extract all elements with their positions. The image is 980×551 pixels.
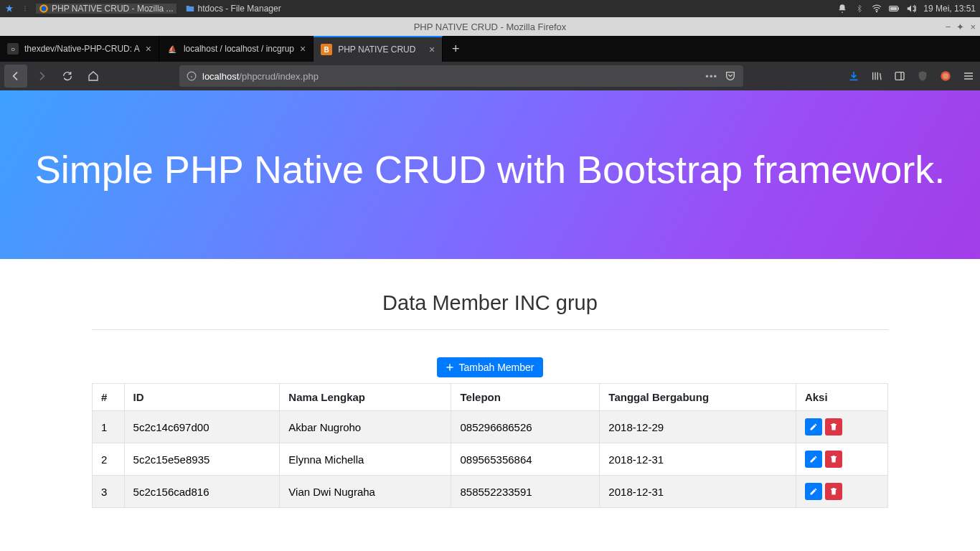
plus-icon	[446, 363, 454, 372]
cell-aksi	[796, 411, 887, 443]
edit-button[interactable]	[805, 451, 822, 468]
tab-close-icon[interactable]: ×	[146, 43, 151, 55]
home-button[interactable]	[82, 65, 105, 88]
col-header-tel: Telepon	[451, 384, 600, 411]
cell-id: 5c2c156cad816	[124, 476, 280, 508]
cell-id: 5c2c15e5e8935	[124, 443, 280, 476]
svg-point-2	[877, 11, 877, 12]
page-actions-icon[interactable]: •••	[705, 71, 717, 82]
firefox-icon	[39, 4, 49, 14]
cell-id: 5c2c14c697d00	[124, 411, 280, 443]
separator-icon: ⁝	[20, 4, 30, 14]
cell-num: 3	[93, 476, 125, 508]
col-header-num: #	[93, 384, 125, 411]
taskbar-item-label: htdocs - File Manager	[198, 4, 281, 14]
new-tab-button[interactable]: +	[443, 42, 468, 57]
taskbar-item-filemanager[interactable]: htdocs - File Manager	[182, 4, 284, 14]
page-viewport: Simple PHP Native CRUD with Bootstrap fr…	[0, 90, 980, 551]
window-title: PHP NATIVE CRUD - Mozilla Firefox	[414, 22, 567, 32]
cell-name: Akbar Nugroho	[280, 411, 451, 443]
info-icon[interactable]	[187, 71, 197, 81]
cell-aksi	[796, 476, 887, 508]
taskbar-item-firefox[interactable]: PHP NATIVE CRUD - Mozilla ...	[36, 4, 176, 14]
section-title: Data Member INC grup	[92, 291, 888, 315]
pocket-icon[interactable]	[725, 70, 736, 82]
cell-date: 2018-12-31	[600, 476, 796, 508]
phpmyadmin-icon: ⛵	[166, 43, 178, 55]
svg-point-1	[42, 6, 47, 11]
os-clock[interactable]: 19 Mei, 13:51	[923, 4, 976, 14]
cell-tel: 085296686526	[451, 411, 600, 443]
sidebar-icon[interactable]	[892, 69, 907, 83]
os-menu-icon[interactable]	[4, 4, 14, 14]
back-button[interactable]	[4, 65, 27, 88]
cell-name: Vian Dwi Nugraha	[280, 476, 451, 508]
url-text: localhost/phpcrud/index.php	[202, 71, 319, 82]
svg-rect-7	[895, 72, 904, 80]
downloads-icon[interactable]	[847, 69, 861, 83]
table-row: 25c2c15e5e8935Elynna Michella08956535686…	[93, 443, 888, 476]
browser-tab[interactable]: ⛵ localhost / localhost / incgrup ×	[159, 36, 314, 62]
tab-title: PHP NATIVE CRUD	[338, 44, 423, 55]
notification-icon[interactable]	[837, 4, 847, 14]
cell-num: 1	[93, 411, 125, 443]
svg-rect-4	[890, 7, 897, 11]
svg-point-9	[943, 73, 948, 79]
col-header-date: Tanggal Bergabung	[600, 384, 796, 411]
table-row: 15c2c14c697d00Akbar Nugroho0852966865262…	[93, 411, 888, 443]
edit-button[interactable]	[805, 418, 822, 435]
delete-button[interactable]	[825, 483, 842, 500]
col-header-name: Nama Lengkap	[280, 384, 451, 411]
close-icon[interactable]: ×	[970, 22, 976, 32]
os-taskbar: ⁝ PHP NATIVE CRUD - Mozilla ... htdocs -…	[0, 0, 980, 17]
battery-icon[interactable]	[889, 4, 899, 14]
url-bar[interactable]: localhost/phpcrud/index.php •••	[179, 65, 743, 87]
menu-icon[interactable]	[961, 69, 976, 83]
hero-title: Simple PHP Native CRUD with Bootstrap fr…	[14, 144, 966, 194]
edit-button[interactable]	[805, 483, 822, 500]
cell-date: 2018-12-31	[600, 443, 796, 476]
volume-icon[interactable]	[906, 4, 916, 14]
browser-tab[interactable]: ○ thexdev/Native-PHP-CRUD: A ×	[0, 36, 159, 62]
forward-button[interactable]	[30, 65, 53, 88]
duckduckgo-icon[interactable]	[938, 69, 953, 83]
browser-toolbar: localhost/phpcrud/index.php •••	[0, 62, 980, 90]
bluetooth-icon[interactable]	[854, 4, 864, 14]
hero-banner: Simple PHP Native CRUD with Bootstrap fr…	[0, 90, 980, 259]
wifi-icon[interactable]	[872, 4, 882, 14]
delete-button[interactable]	[825, 418, 842, 435]
cell-aksi	[796, 443, 887, 476]
table-row: 35c2c156cad816Vian Dwi Nugraha8585522335…	[93, 476, 888, 508]
folder-icon	[185, 4, 195, 14]
tab-title: thexdev/Native-PHP-CRUD: A	[24, 44, 140, 54]
cell-date: 2018-12-29	[600, 411, 796, 443]
cell-tel: 858552233591	[451, 476, 600, 508]
ublock-icon[interactable]	[915, 69, 930, 83]
minimize-icon[interactable]: −	[946, 22, 951, 32]
divider	[92, 329, 888, 330]
members-table: # ID Nama Lengkap Telepon Tanggal Bergab…	[92, 383, 888, 508]
taskbar-item-label: PHP NATIVE CRUD - Mozilla ...	[52, 4, 174, 14]
maximize-icon[interactable]: ✦	[956, 22, 964, 32]
browser-tab-active[interactable]: B PHP NATIVE CRUD ×	[314, 36, 443, 62]
github-icon: ○	[7, 43, 19, 55]
col-header-id: ID	[124, 384, 280, 411]
col-header-aksi: Aksi	[796, 384, 887, 411]
library-icon[interactable]	[870, 69, 884, 83]
cell-num: 2	[93, 443, 125, 476]
tab-title: localhost / localhost / incgrup	[184, 44, 294, 54]
bootstrap-icon: B	[321, 44, 332, 55]
cell-name: Elynna Michella	[280, 443, 451, 476]
add-member-label: Tambah Member	[458, 362, 534, 373]
cell-tel: 089565356864	[451, 443, 600, 476]
svg-rect-5	[898, 7, 899, 10]
delete-button[interactable]	[825, 451, 842, 468]
reload-button[interactable]	[56, 65, 79, 88]
tab-close-icon[interactable]: ×	[429, 44, 435, 55]
tab-close-icon[interactable]: ×	[300, 43, 306, 55]
window-titlebar: PHP NATIVE CRUD - Mozilla Firefox − ✦ ×	[0, 17, 980, 36]
browser-tabstrip: ○ thexdev/Native-PHP-CRUD: A × ⛵ localho…	[0, 36, 980, 62]
add-member-button[interactable]: Tambah Member	[437, 357, 542, 377]
